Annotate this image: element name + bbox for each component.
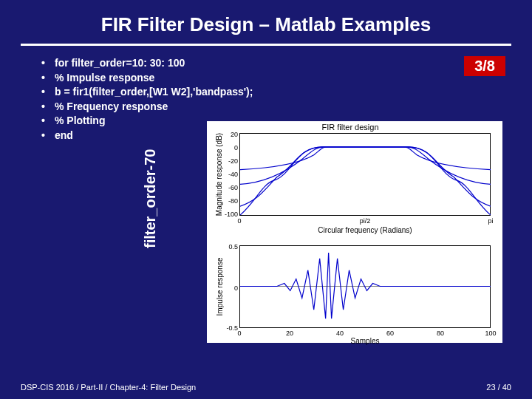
xtick: 60 (386, 330, 394, 337)
xtick: pi/2 (360, 217, 371, 225)
axes-bot (239, 245, 491, 328)
ytick: -80 (225, 197, 238, 205)
xtick: 20 (286, 330, 293, 337)
page-number: 23 / 40 (486, 383, 511, 392)
chart-title: FIR filter design (207, 123, 494, 132)
bullet-line: for filter_order=10: 30: 100 (41, 56, 510, 71)
ylabel-bot: Impulse response (216, 258, 224, 316)
xtick: 100 (485, 330, 496, 337)
filter-order-label: filter_order-70 (142, 149, 159, 249)
footer: DSP-CIS 2016 / Part-II / Chapter-4: Filt… (21, 383, 511, 392)
ytick: 0 (225, 144, 238, 151)
bullet-line: % Frequency response (41, 100, 510, 115)
ytick: -60 (225, 184, 238, 191)
xtick: 80 (437, 330, 444, 337)
matlab-figure: FIR filter design Magnitude response (dB… (207, 121, 502, 343)
xlabel-bot: Samples (239, 337, 491, 345)
horizontal-rule (21, 44, 511, 46)
xlabel-top: Circular frequency (Radians) (239, 226, 491, 234)
ytick: 0.5 (225, 243, 238, 250)
page-total: 40 (502, 383, 511, 392)
footer-text: DSP-CIS 2016 / Part-II / Chapter-4: Filt… (21, 383, 196, 392)
impulse-curve (240, 245, 491, 327)
page-current: 23 (486, 383, 495, 392)
ytick: -20 (225, 157, 238, 165)
page-title: FIR Filter Design – Matlab Examples (0, 0, 532, 44)
impulse-chart (239, 245, 491, 328)
ytick: -0.5 (225, 324, 238, 332)
xtick: 0 (237, 330, 241, 337)
bullet-line: % Impulse response (41, 71, 510, 86)
xtick: 40 (336, 330, 344, 337)
xtick: 0 (237, 217, 241, 225)
ytick: 0 (225, 284, 238, 292)
bullet-line: b = fir1(filter_order,[W1 W2],'bandpass'… (41, 85, 510, 100)
ytick: 20 (225, 131, 238, 138)
magnitude-chart (239, 133, 491, 216)
xtick: pi (488, 217, 493, 225)
ylabel-top: Magnitude response (dB) (215, 133, 223, 216)
magnitude-curves (240, 133, 491, 215)
ytick: -100 (225, 211, 238, 218)
axes-top (239, 133, 491, 216)
ytick: -40 (225, 171, 238, 178)
